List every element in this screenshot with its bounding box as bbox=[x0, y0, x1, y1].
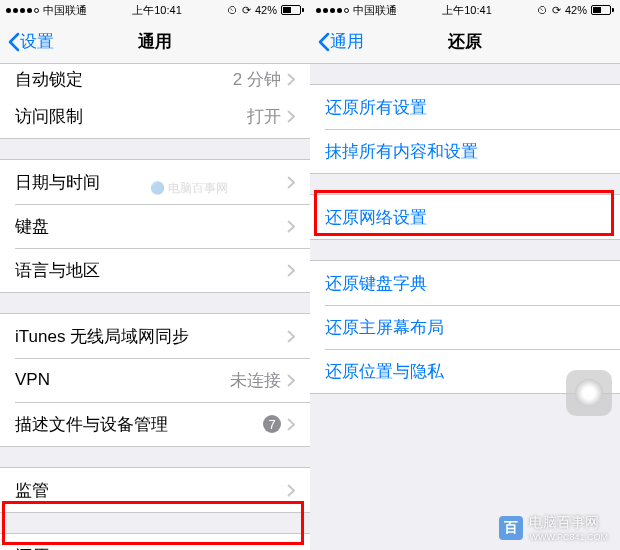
chevron-right-icon bbox=[287, 330, 295, 343]
chevron-right-icon bbox=[287, 484, 295, 497]
row-vpn[interactable]: VPN 未连接 bbox=[0, 358, 310, 402]
nav-title: 还原 bbox=[448, 30, 482, 53]
rotation-lock-icon: ⟳ bbox=[242, 4, 251, 17]
row-restrictions[interactable]: 访问限制 打开 bbox=[0, 94, 310, 138]
footer-watermark: 百 电脑百事网 WWW.PC841.COM bbox=[499, 514, 608, 542]
status-time: 上午10:41 bbox=[132, 3, 182, 18]
back-label: 通用 bbox=[330, 30, 364, 53]
back-button[interactable]: 设置 bbox=[0, 30, 54, 53]
chevron-right-icon bbox=[287, 418, 295, 431]
row-reset-all-settings[interactable]: 还原所有设置 bbox=[310, 85, 620, 129]
chevron-right-icon bbox=[287, 374, 295, 387]
signal-icon bbox=[316, 8, 349, 13]
carrier-label: 中国联通 bbox=[353, 3, 397, 18]
row-reset-keyboard-dict[interactable]: 还原键盘字典 bbox=[310, 261, 620, 305]
battery-icon bbox=[591, 5, 614, 15]
chevron-right-icon bbox=[287, 110, 295, 123]
row-reset[interactable]: 还原 bbox=[0, 534, 310, 550]
row-keyboard[interactable]: 键盘 bbox=[0, 204, 310, 248]
chevron-right-icon bbox=[287, 220, 295, 233]
watermark-logo-icon: 百 bbox=[499, 516, 523, 540]
signal-icon bbox=[6, 8, 39, 13]
phone-reset-settings: 中国联通 上午10:41 ⏲ ⟳ 42% 通用 还原 还原所有设置 抹掉所有内容… bbox=[310, 0, 620, 550]
alarm-icon: ⏲ bbox=[227, 4, 238, 16]
row-reset-network[interactable]: 还原网络设置 bbox=[310, 195, 620, 239]
row-regulatory[interactable]: 监管 bbox=[0, 468, 310, 512]
content-scroll[interactable]: 自动锁定 2 分钟 访问限制 打开 日期与时间 键盘 语言与地区 bbox=[0, 64, 310, 550]
row-autolock[interactable]: 自动锁定 2 分钟 bbox=[0, 64, 310, 94]
nav-bar: 通用 还原 bbox=[310, 20, 620, 64]
row-erase-all[interactable]: 抹掉所有内容和设置 bbox=[310, 129, 620, 173]
chevron-right-icon bbox=[287, 176, 295, 189]
nav-bar: 设置 通用 bbox=[0, 20, 310, 64]
status-bar: 中国联通 上午10:41 ⏲ ⟳ 42% bbox=[0, 0, 310, 20]
rotation-lock-icon: ⟳ bbox=[552, 4, 561, 17]
profiles-badge: 7 bbox=[263, 415, 281, 433]
row-reset-home-layout[interactable]: 还原主屏幕布局 bbox=[310, 305, 620, 349]
back-button[interactable]: 通用 bbox=[310, 30, 364, 53]
status-time: 上午10:41 bbox=[442, 3, 492, 18]
row-itunes-wifi-sync[interactable]: iTunes 无线局域网同步 bbox=[0, 314, 310, 358]
battery-icon bbox=[281, 5, 304, 15]
alarm-icon: ⏲ bbox=[537, 4, 548, 16]
nav-title: 通用 bbox=[138, 30, 172, 53]
battery-percent: 42% bbox=[565, 4, 587, 16]
status-bar: 中国联通 上午10:41 ⏲ ⟳ 42% bbox=[310, 0, 620, 20]
battery-percent: 42% bbox=[255, 4, 277, 16]
watermark: 🔵 电脑百事网 bbox=[150, 180, 228, 197]
chevron-right-icon bbox=[287, 264, 295, 277]
content-scroll[interactable]: 还原所有设置 抹掉所有内容和设置 还原网络设置 还原键盘字典 还原主屏幕布局 还… bbox=[310, 64, 620, 550]
carrier-label: 中国联通 bbox=[43, 3, 87, 18]
chevron-right-icon bbox=[287, 73, 295, 86]
back-label: 设置 bbox=[20, 30, 54, 53]
row-language-region[interactable]: 语言与地区 bbox=[0, 248, 310, 292]
row-profiles[interactable]: 描述文件与设备管理 7 bbox=[0, 402, 310, 446]
phone-general-settings: 中国联通 上午10:41 ⏲ ⟳ 42% 设置 通用 自动锁定 2 分钟 访问限… bbox=[0, 0, 310, 550]
assistive-touch[interactable] bbox=[566, 370, 612, 416]
